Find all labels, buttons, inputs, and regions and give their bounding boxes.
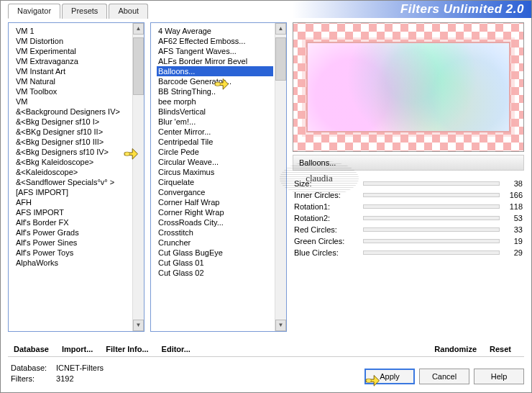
tab-about[interactable]: About [109, 4, 148, 19]
filter-info-link[interactable]: Filter Info... [106, 345, 148, 353]
param-row: Red Circles:33 [294, 225, 523, 234]
status-filters-value: 3192 [56, 374, 73, 383]
category-item[interactable]: &<Sandflower Specials°v° > [14, 177, 131, 187]
category-item[interactable]: Alf's Power Grads [14, 227, 131, 238]
param-value: 53 [504, 214, 523, 222]
filter-item[interactable]: Cut Glass BugEye [157, 248, 273, 258]
category-item[interactable]: VM Experimental [14, 46, 131, 56]
tab-navigator[interactable]: Navigator [8, 4, 60, 19]
filter-item[interactable]: CrossRoads City... [157, 217, 273, 227]
param-label: Rotation2: [294, 214, 359, 222]
param-label: Size: [294, 179, 359, 188]
category-item[interactable]: &<Bkg Designers sf10 IV> [14, 147, 131, 157]
param-slider[interactable] [363, 250, 500, 255]
param-value: 38 [504, 179, 523, 188]
param-slider[interactable] [363, 193, 500, 197]
param-value: 29 [504, 248, 523, 257]
scroll-up-icon[interactable]: ▲ [133, 23, 144, 35]
param-label: Blue Circles: [294, 248, 359, 257]
category-item[interactable]: Alf's Power Sines [14, 238, 131, 248]
param-slider[interactable] [363, 204, 500, 209]
category-item[interactable]: AFH [14, 197, 131, 207]
category-item[interactable]: AFS IMPORT [14, 207, 131, 217]
toolbar: Database Import... Filter Info... Editor… [1, 342, 531, 355]
param-label: Inner Circles: [294, 191, 359, 199]
import-link[interactable]: Import... [62, 345, 93, 353]
help-button[interactable]: Help [474, 369, 524, 384]
category-item[interactable]: VM [14, 96, 131, 107]
param-label: Green Circles: [294, 237, 359, 245]
category-item[interactable]: Alf's Power Toys [14, 248, 131, 258]
param-slider[interactable] [363, 216, 500, 220]
database-link[interactable]: Database [14, 345, 49, 353]
param-slider[interactable] [363, 227, 500, 232]
filter-item[interactable]: bee morph [157, 96, 273, 107]
filter-item[interactable]: BlindsVertical [157, 107, 273, 117]
category-item[interactable]: AlphaWorks [14, 258, 131, 268]
status-db-label: Database: [11, 363, 54, 374]
filter-item[interactable]: 4 Way Average [157, 26, 273, 36]
category-item[interactable]: &<Bkg Designer sf10 III> [14, 137, 131, 147]
scroll-up-icon[interactable]: ▲ [275, 23, 286, 35]
reset-link[interactable]: Reset [490, 345, 511, 353]
filter-item[interactable]: Circus Maximus [157, 167, 273, 177]
filter-item[interactable]: Circle Pede [157, 147, 273, 157]
category-item[interactable]: VM Natural [14, 76, 131, 86]
filter-item[interactable]: AF62 Effected Emboss... [157, 36, 273, 46]
param-slider[interactable] [363, 239, 500, 243]
cancel-button[interactable]: Cancel [419, 369, 469, 384]
filter-item[interactable]: ALFs Border Mirror Bevel [157, 56, 273, 66]
tab-strip: NavigatorPresetsAbout [8, 4, 148, 19]
scroll-thumb[interactable] [133, 37, 144, 95]
apply-button[interactable]: Apply [364, 369, 415, 384]
category-scrollbar[interactable]: ▲ ▼ [132, 23, 144, 331]
category-item[interactable]: VM Instant Art [14, 66, 131, 76]
filter-item[interactable]: Corner Right Wrap [157, 207, 273, 217]
parameter-panel: Size:38Inner Circles:166Rotation1:118Rot… [293, 173, 524, 342]
filter-item[interactable]: Cirquelate [157, 177, 273, 187]
randomize-link[interactable]: Randomize [434, 345, 477, 353]
category-item[interactable]: &<Background Designers IV> [14, 107, 131, 117]
editor-link[interactable]: Editor... [162, 345, 191, 353]
scroll-thumb[interactable] [275, 37, 286, 81]
category-item[interactable]: Alf's Border FX [14, 217, 131, 227]
filter-item[interactable]: BB StringThing.. [157, 86, 273, 96]
tab-presets[interactable]: Presets [62, 4, 107, 19]
filter-item[interactable]: Balloons... [157, 66, 273, 76]
filter-item[interactable]: Cut Glass 02 [157, 268, 273, 278]
filter-item[interactable]: Cut Glass 01 [157, 258, 273, 268]
filter-item[interactable]: Crosstitch [157, 227, 273, 238]
status-area: Database: ICNET-Filters Filters: 3192 [11, 363, 104, 384]
filter-item[interactable]: Barcode Generator... [157, 76, 273, 86]
scroll-down-icon[interactable]: ▼ [133, 320, 144, 331]
category-listbox[interactable]: VM 1VM DistortionVM ExperimentalVM Extra… [8, 22, 145, 332]
filter-item[interactable]: Corner Half Wrap [157, 197, 273, 207]
param-value: 166 [504, 191, 523, 199]
filter-scrollbar[interactable]: ▲ ▼ [275, 23, 286, 331]
param-row: Rotation1:118 [294, 202, 523, 211]
param-row: Size:38 [294, 179, 523, 188]
param-slider[interactable] [363, 181, 500, 186]
category-item[interactable]: &<Bkg Kaleidoscope> [14, 157, 131, 167]
filter-item[interactable]: Center Mirror... [157, 127, 273, 137]
category-item[interactable]: [AFS IMPORT] [14, 187, 131, 197]
filter-item[interactable]: Convergance [157, 187, 273, 197]
category-item[interactable]: VM Distortion [14, 36, 131, 46]
category-item[interactable]: VM Extravaganza [14, 56, 131, 66]
filter-item[interactable]: Cruncher [157, 238, 273, 248]
filter-item[interactable]: Circular Weave... [157, 157, 273, 167]
filter-item[interactable]: Blur 'em!... [157, 117, 273, 127]
param-label: Red Circles: [294, 225, 359, 234]
category-item[interactable]: &<Bkg Designer sf10 I> [14, 117, 131, 127]
param-value: 118 [504, 202, 523, 211]
filter-item[interactable]: AFS Tangent Waves... [157, 46, 273, 56]
category-item[interactable]: &<BKg Designer sf10 II> [14, 127, 131, 137]
param-row: Inner Circles:166 [294, 191, 523, 199]
category-item[interactable]: &<Kaleidoscope> [14, 167, 131, 177]
category-item[interactable]: VM Toolbox [14, 86, 131, 96]
category-item[interactable]: VM 1 [14, 26, 131, 36]
filter-item[interactable]: Centripedal Tile [157, 137, 273, 147]
preview-pane [293, 22, 524, 152]
filter-listbox[interactable]: 4 Way AverageAF62 Effected Emboss...AFS … [150, 22, 287, 332]
scroll-down-icon[interactable]: ▼ [275, 320, 286, 331]
